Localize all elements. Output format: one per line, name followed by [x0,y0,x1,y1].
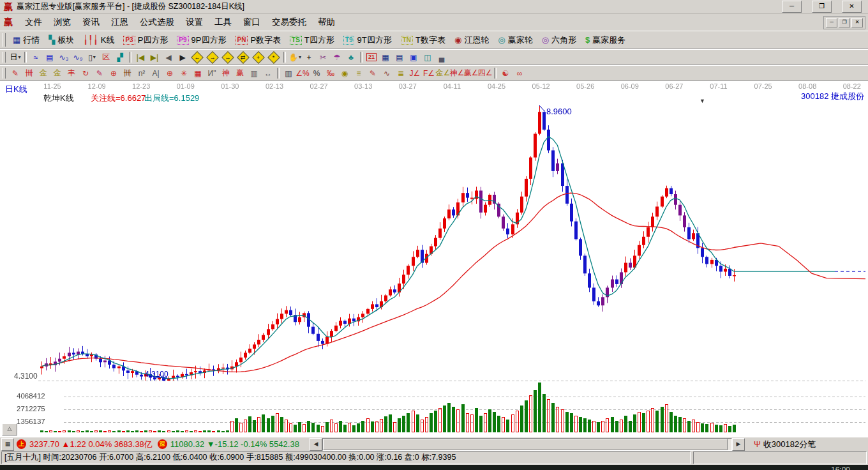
infinity-icon[interactable]: ∞ [513,67,527,79]
zoom-all-diamond-button[interactable]: * [267,51,280,64]
p-number-button[interactable]: PNP数字表 [231,33,286,47]
grid-lines-icon[interactable]: 卌 [22,67,36,79]
shift-left-diamond-button[interactable]: ← [191,51,204,64]
knife-pen-icon[interactable]: ✎ [366,67,380,79]
permille-line-icon[interactable]: ‰ [324,67,338,79]
first-page-icon[interactable]: |◀ [133,51,147,63]
f-grid-icon[interactable]: 丰 [64,67,79,79]
brush-tool-icon[interactable]: ✎ [93,67,107,79]
zoom-in-diamond-button[interactable]: + [252,51,265,64]
n-square-icon[interactable]: n² [135,67,149,79]
shen-angle-icon[interactable]: 神∠ [450,67,464,79]
golden-gate-icon[interactable]: 金 [36,67,50,79]
wave-ab-icon[interactable]: ∿ [380,67,394,79]
next-page-icon[interactable]: ▶ [176,51,190,63]
save-icon[interactable]: ▣ [407,51,421,63]
menu-窗口[interactable]: 窗口 [237,15,266,29]
menu-浏览[interactable]: 浏览 [48,15,77,29]
chart-scrollbar-thumb[interactable] [323,439,728,450]
draw-hat-icon[interactable]: ☂ [330,51,344,63]
tick-feed-label[interactable]: 收300182分笔 [763,439,816,450]
minimize-button[interactable]: ─ [782,1,802,13]
last-page-icon[interactable]: ▶| [147,51,161,63]
chart-scrollbar-track[interactable] [322,438,732,451]
prev-page-icon[interactable]: ◀ [161,51,176,63]
f-angle-icon[interactable]: F∠ [422,67,436,79]
wave-9-icon[interactable]: ∿₉ [71,51,85,63]
golden-circle-icon[interactable]: ◉ [338,67,352,79]
golden-three-line-icon[interactable]: ≡ [352,67,366,79]
hand-drag-button[interactable]: ✋▾ [288,51,302,63]
fractal-icon[interactable]: И" [205,67,219,79]
wave-3-icon[interactable]: ∿₃ [57,51,71,63]
p9-square-button[interactable]: P99P四方形 [172,33,230,47]
menu-设置[interactable]: 设置 [180,15,209,29]
hexagon-button[interactable]: ◎六角形 [537,33,581,47]
pane-toggle-button[interactable]: △ [2,423,17,436]
period-day-button[interactable]: 日▾ [8,51,22,63]
percent-angle-icon[interactable]: ∠% [296,67,310,79]
child-close-button[interactable]: ✕ [851,18,863,27]
winner-service-button[interactable]: $赢家服务 [581,33,630,47]
menu-公式选股[interactable]: 公式选股 [134,15,180,29]
gann-wheel-button[interactable]: ◉江恩轮 [450,33,493,47]
percent-icon[interactable]: % [310,67,324,79]
scroll-right-button[interactable]: ▶ [732,438,745,451]
spiral-icon[interactable]: ↻ [79,67,93,79]
kline-button[interactable]: ╽╿╽K线 [79,33,119,47]
candle-style-button-dropdown-arrow[interactable]: ▾ [93,54,96,60]
golden-line-icon[interactable]: ≣ [394,67,408,79]
p-square-button[interactable]: P3P四方形 [119,33,172,47]
region-select-icon[interactable]: 区 [99,51,113,63]
shen-tool-icon[interactable]: 神 [219,67,233,79]
ying-tool-icon[interactable]: 赢 [233,67,247,79]
grid-box-icon[interactable]: ▦ [191,67,205,79]
j-angle-icon[interactable]: J∠ [408,67,422,79]
shanghai-index-icon[interactable]: 上 [17,439,26,449]
scroll-left-button[interactable]: ◀ [310,438,322,451]
menu-工具[interactable]: 工具 [209,15,237,29]
crosshair-icon[interactable]: + [302,51,316,63]
gold-angle-icon[interactable]: 金∠ [436,67,450,79]
color-chart-icon[interactable]: ▞ [113,51,127,63]
calendar-icon[interactable]: 21 [364,51,378,63]
hand-drag-button-dropdown-arrow[interactable]: ▾ [299,54,301,60]
span-measure-icon[interactable]: ↔ [261,67,275,79]
intraday-chart-icon[interactable]: ≈ [29,51,43,63]
circle-grid-icon[interactable]: ⊕ [107,67,121,79]
menu-文件[interactable]: 文件 [19,15,48,29]
measure-icon[interactable]: ✂ [316,51,330,63]
t9-square-button[interactable]: T99T四方形 [339,33,396,47]
restore-button[interactable]: ❐ [812,1,832,13]
mirror-tool-icon[interactable]: A| [149,67,163,79]
quotes-button[interactable]: ▦行情 [8,33,44,47]
gann-circle-icon[interactable]: ⊕ [163,67,177,79]
ruler-grid-icon[interactable]: ▥ [247,67,261,79]
calculator-icon[interactable]: ▦ [378,51,393,63]
pencil-tool-icon[interactable]: ✎ [8,67,22,79]
stat-box-icon[interactable]: ▥ [281,67,296,79]
period-day-button-dropdown-arrow[interactable]: ▾ [18,54,20,60]
menu-江恩[interactable]: 江恩 [105,15,134,29]
tally-lines-icon[interactable]: 卌 [121,67,135,79]
t-number-button[interactable]: TNT数字表 [396,33,450,47]
t-square-button[interactable]: TST四方形 [285,33,339,47]
golden-gate2-icon[interactable]: 金 [50,67,64,79]
si-angle-icon[interactable]: 四∠ [478,67,492,79]
quote-grid-icon[interactable]: ▦ [1,438,14,451]
winner-wheel-button[interactable]: ◎赢家轮 [493,33,537,47]
ray-burst-icon[interactable]: ✳ [177,67,191,79]
taiji-icon[interactable]: ☯ [498,67,513,79]
sectors-button[interactable]: ▚板块 [44,33,79,47]
candle-style-button[interactable]: ▯▾ [85,51,99,63]
menu-帮助[interactable]: 帮助 [312,15,341,29]
expand-diamond-button[interactable]: ↔ [221,51,234,64]
menu-资讯[interactable]: 资讯 [77,15,105,29]
close-button[interactable]: ✕ [842,1,862,13]
menu-交易委托[interactable]: 交易委托 [266,15,312,29]
notes-icon[interactable]: ▤ [393,51,407,63]
draw-lace-icon[interactable]: ♣ [344,51,358,63]
shift-right-diamond-button[interactable]: → [206,51,219,64]
quote-list-icon[interactable]: ▤ [43,51,57,63]
kline-chart-canvas[interactable] [0,81,868,437]
